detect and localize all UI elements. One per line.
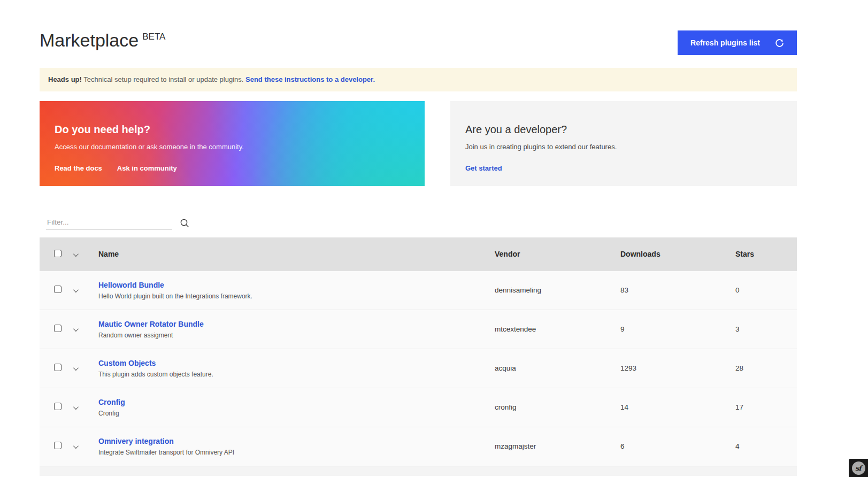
plugin-stars: 17	[735, 403, 797, 411]
search-icon	[180, 218, 189, 228]
plugin-downloads: 1293	[620, 364, 735, 372]
send-instructions-link[interactable]: Send these instructions to a developer.	[245, 75, 375, 83]
row-checkbox[interactable]	[54, 403, 62, 410]
help-card: Do you need help? Access our documentati…	[40, 101, 425, 186]
table-row: Helloworld Bundle Hello World plugin bui…	[40, 271, 797, 310]
plugin-vendor: acquia	[495, 364, 620, 372]
symfony-logo-icon: sf	[852, 461, 865, 475]
plugin-name-link[interactable]: Custom Objects	[98, 359, 156, 367]
plugins-table: Name Vendor Downloads Stars Helloworld B…	[40, 237, 797, 476]
table-header-row: Name Vendor Downloads Stars	[40, 237, 797, 271]
alert-bold-text: Heads up!	[48, 75, 82, 83]
developer-card-text: Join us in creating plugins to extend ou…	[465, 143, 782, 151]
table-row: Omnivery integration Integrate Swiftmail…	[40, 427, 797, 466]
plugin-vendor: cronfig	[495, 403, 620, 411]
refresh-plugins-button[interactable]: Refresh plugins list	[678, 30, 797, 55]
plugin-downloads: 14	[620, 403, 735, 411]
plugin-stars: 28	[735, 364, 797, 372]
top-bar: MarketplaceBETA Refresh plugins list	[40, 0, 797, 55]
filter-bar	[40, 213, 797, 230]
row-checkbox[interactable]	[54, 442, 62, 449]
chevron-down-icon[interactable]	[73, 326, 79, 332]
read-the-docs-link[interactable]: Read the docs	[55, 164, 102, 172]
table-row-partial	[40, 466, 797, 476]
developer-card: Are you a developer? Join us in creating…	[450, 101, 797, 186]
info-cards: Do you need help? Access our documentati…	[40, 101, 797, 186]
plugin-description: Cronfig	[98, 410, 495, 417]
refresh-plugins-button-label: Refresh plugins list	[690, 39, 760, 47]
chevron-down-icon[interactable]	[73, 365, 79, 371]
search-button[interactable]	[180, 218, 189, 230]
filter-input[interactable]	[46, 215, 172, 230]
refresh-icon	[775, 39, 784, 48]
select-all-checkbox[interactable]	[54, 250, 62, 257]
heads-up-alert: Heads up! Technical setup required to in…	[40, 68, 797, 91]
chevron-down-icon[interactable]	[73, 443, 79, 449]
page-title: MarketplaceBETA	[40, 29, 165, 51]
chevron-down-icon[interactable]	[73, 287, 79, 293]
plugin-description: Hello World plugin built on the Integrat…	[98, 293, 495, 300]
plugin-vendor: dennisameling	[495, 286, 620, 294]
ask-in-community-link[interactable]: Ask in community	[117, 164, 177, 172]
column-header-stars: Stars	[735, 250, 797, 258]
plugin-stars: 4	[735, 442, 797, 450]
row-checkbox[interactable]	[54, 364, 62, 371]
plugin-downloads: 9	[620, 325, 735, 333]
plugin-name-link[interactable]: Mautic Owner Rotator Bundle	[98, 320, 204, 328]
chevron-down-icon[interactable]	[73, 404, 79, 410]
plugin-downloads: 6	[620, 442, 735, 450]
plugin-stars: 0	[735, 286, 797, 294]
column-header-vendor: Vendor	[495, 250, 620, 258]
plugin-downloads: 83	[620, 286, 735, 294]
plugin-description: Integrate Swiftmailer transport for Omni…	[98, 449, 495, 456]
help-card-title: Do you need help?	[55, 124, 410, 136]
row-checkbox[interactable]	[54, 286, 62, 293]
table-body: Helloworld Bundle Hello World plugin bui…	[40, 271, 797, 466]
plugin-name-link[interactable]: Omnivery integration	[98, 437, 174, 445]
row-checkbox[interactable]	[54, 325, 62, 332]
plugin-vendor: mtcextendee	[495, 325, 620, 333]
plugin-description: This plugin adds custom objects feature.	[98, 371, 495, 378]
alert-text: Technical setup required to install or u…	[82, 75, 245, 83]
table-row: Cronfig Cronfig cronfig 14 17	[40, 388, 797, 427]
plugin-name-link[interactable]: Cronfig	[98, 398, 125, 406]
table-row: Mautic Owner Rotator Bundle Random owner…	[40, 310, 797, 349]
column-header-downloads: Downloads	[620, 250, 735, 258]
beta-badge: BETA	[142, 32, 165, 42]
developer-card-title: Are you a developer?	[465, 124, 782, 136]
plugin-description: Random owner assigment	[98, 332, 495, 339]
page: MarketplaceBETA Refresh plugins list Hea…	[40, 0, 797, 476]
help-card-text: Access our documentation or ask someone …	[55, 143, 410, 151]
symfony-toolbar-button[interactable]: sf	[849, 459, 868, 477]
plugin-stars: 3	[735, 325, 797, 333]
get-started-link[interactable]: Get started	[465, 164, 502, 172]
column-header-name: Name	[98, 250, 495, 258]
plugin-vendor: mzagmajster	[495, 442, 620, 450]
plugin-name-link[interactable]: Helloworld Bundle	[98, 281, 164, 289]
help-card-links: Read the docs Ask in community	[55, 164, 410, 172]
chevron-down-icon[interactable]	[73, 251, 79, 257]
table-row: Custom Objects This plugin adds custom o…	[40, 349, 797, 388]
page-title-text: Marketplace	[40, 30, 139, 50]
